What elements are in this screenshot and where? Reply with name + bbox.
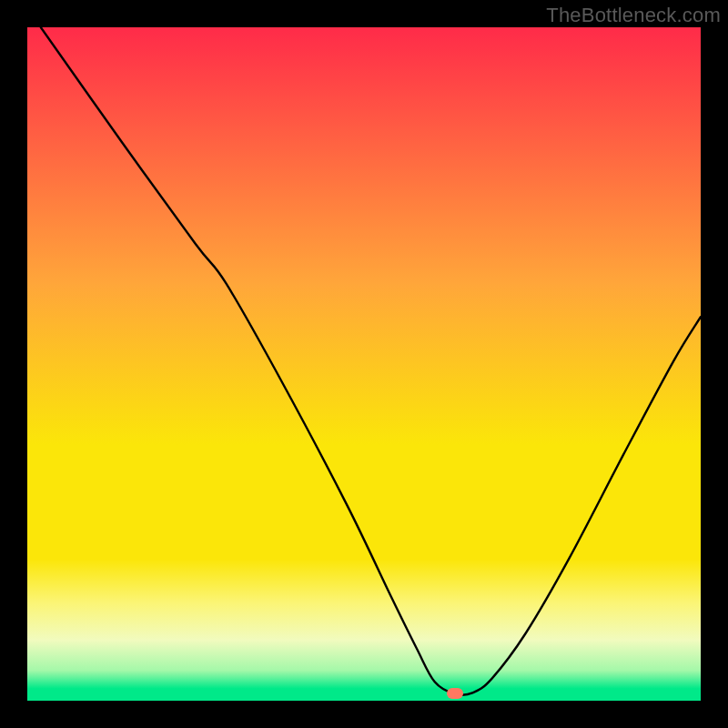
chart-frame: TheBottleneck.com bbox=[0, 0, 728, 728]
optimum-marker bbox=[447, 688, 463, 699]
watermark-text: TheBottleneck.com bbox=[546, 4, 721, 27]
plot-area bbox=[27, 27, 701, 701]
bottleneck-curve bbox=[27, 27, 701, 701]
